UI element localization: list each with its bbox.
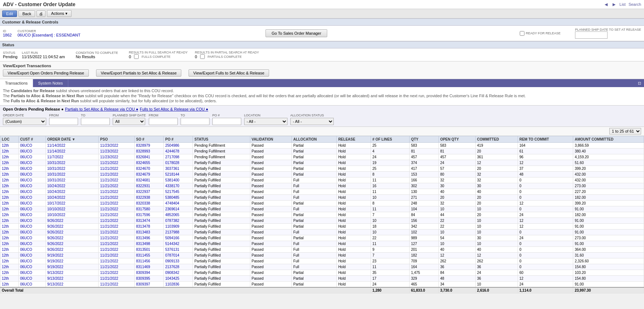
table-row: 12th06UCO11/14/202211/23/202283289934244… [0, 149, 644, 154]
footer-rem-to-commit: 1,114.0 [518, 287, 573, 293]
tab-transactions[interactable]: Transactions [0, 79, 33, 87]
order-date-filter: ORDER DATE (Custom) [3, 113, 46, 125]
to2-input[interactable] [181, 118, 209, 125]
filter-row: ORDER DATE (Custom) FROM TO PLANNED SHIP… [3, 113, 641, 125]
po-filter: PO # [212, 113, 241, 125]
th-validation: VALIDATION [250, 136, 292, 143]
page-select[interactable]: 1 to 25 of 61 [609, 128, 641, 134]
results-full-block: RESULTS IN FULL SEARCH AT READY 0 FULLS … [129, 51, 188, 59]
go-to-sales-order-button[interactable]: Go To Sales Order Manager [265, 29, 327, 37]
table-row: 12th06UCO11/7/202211/23/2022832684127170… [0, 154, 644, 160]
status-section-header: Status [0, 41, 644, 48]
pagination-row: 1 to 25 of 61 [0, 127, 644, 136]
back-nav-arrow[interactable]: ◄ [604, 1, 609, 7]
list-link[interactable]: List [619, 2, 626, 7]
to-date-filter: TO [81, 113, 110, 125]
overall-total-label: Overall Total [0, 287, 371, 293]
planned-ship-select[interactable]: All [113, 118, 145, 125]
table-container: LOC CUST # ORDER DATE ▼ PSO SO # PO # ST… [0, 136, 644, 293]
subtab-fulls[interactable]: Fulls to Set Alloc & Release via COU ● [140, 107, 208, 111]
footer-amount-committed: 23,997.30 [573, 287, 644, 293]
search-link[interactable]: Search [628, 2, 641, 7]
results-partial-block: RESULTS IN PARTIAL SEARCH AT READY 0 PAR… [195, 51, 259, 59]
th-open-qty: OPEN QTY [438, 136, 475, 143]
table-header-row: LOC CUST # ORDER DATE ▼ PSO SO # PO # ST… [0, 136, 644, 143]
subtab-partials[interactable]: Partials to Set Alloc & Release via COU … [65, 107, 138, 111]
alloc-status-select[interactable]: - All - [290, 118, 334, 125]
table-row: 12th06UCO10/10/202211/21/202283175964852… [0, 212, 644, 218]
ready-for-release-block: READY FOR RELEASE [520, 31, 561, 36]
footer-row: Overall Total 1,280 61,833.0 3,730.0 2,6… [0, 287, 644, 293]
forward-nav-arrow[interactable]: ► [611, 1, 617, 7]
customer-value[interactable]: 06UCO [Essendant] : ESSENDANT [17, 33, 80, 37]
view-export-buttons: View/Export Open Orders Pending Release … [3, 69, 641, 77]
table-row: 12th06UCO9/19/202211/21/2022831146921376… [0, 264, 644, 270]
pagination-control: 1 to 25 of 61 [609, 128, 641, 134]
customer-field: CUSTOMER 06UCO [Essendant] : ESSENDANT [17, 29, 80, 37]
toolbar: Edit Back 🖨 Actions ▾ [0, 9, 644, 18]
table-row: 12th06UCO11/14/202211/23/202283289792504… [0, 143, 644, 149]
customer-id-block: ID 1862 CUSTOMER 06UCO [Essendant] : ESS… [3, 29, 81, 37]
id-value[interactable]: 1862 [3, 33, 12, 37]
to-date-input[interactable] [81, 118, 110, 125]
table-row: 12th06UCO10/31/202211/21/202283246815381… [0, 177, 644, 183]
from-date-filter: FROM [49, 113, 78, 125]
po-input[interactable] [212, 118, 241, 125]
subtab-open-orders[interactable]: Open Orders Pending Release ● [3, 107, 64, 111]
ready-for-release-checkbox[interactable] [520, 31, 524, 36]
tab-system-notes[interactable]: System Notes [33, 79, 68, 87]
footer-lines: 1,280 [371, 287, 410, 293]
table-row: 12th06UCO9/13/202211/21/2022830939409083… [0, 270, 644, 276]
from2-input[interactable] [149, 118, 178, 125]
th-committed: COMMITTED [475, 136, 518, 143]
planned-ship-block: PLANNED SHIP DATE TO SET AT RELEASE [575, 28, 641, 39]
table-row: 12th06UCO10/24/202211/21/202283229375217… [0, 189, 644, 195]
view-partials-button[interactable]: View/Export Partials to Set Alloc & Rele… [96, 69, 181, 77]
th-cust: CUST # [18, 136, 46, 143]
edit-button[interactable]: Edit [2, 10, 17, 17]
table-row: 12th06UCO10/31/202211/21/202283246795218… [0, 172, 644, 177]
actions-button[interactable]: Actions ▾ [47, 10, 71, 17]
filter-section: Open Orders Pending Release ● Partials t… [0, 106, 644, 127]
table-row: 12th06UCO10/24/202211/21/202283229385380… [0, 195, 644, 201]
to2-filter: TO [181, 113, 209, 125]
status-field: STATUS Pending [3, 51, 17, 59]
table-row: 12th06UCO9/19/202211/21/2022831145609091… [0, 258, 644, 264]
print-button[interactable]: 🖨 [36, 10, 46, 17]
note-1: The Candidates for Release sublist shows… [3, 89, 641, 93]
table-row: 12th06UCO9/26/202211/21/2022831350153761… [0, 247, 644, 253]
th-rem-to-commit: REM TO COMMIT [518, 136, 573, 143]
tabs-bar: Transactions System Notes ⊡ [0, 79, 644, 87]
footer-committed: 2,616.0 [475, 287, 518, 293]
view-open-orders-button[interactable]: View/Export Open Orders Pending Release [3, 69, 89, 77]
th-qty: QTY [409, 136, 438, 143]
from-date-input[interactable] [49, 118, 78, 125]
table-row: 12th06UCO9/26/202211/21/2022831348321379… [0, 229, 644, 235]
page-title: ADV - Customer Order Update [3, 1, 75, 7]
th-amount-committed: AMOUNT COMMITTED [573, 136, 644, 143]
order-date-select[interactable]: (Custom) [3, 118, 46, 125]
back-button[interactable]: Back [18, 10, 35, 17]
th-allocation: ALLOCATION [292, 136, 337, 143]
location-filter: LOCATION - All - [244, 113, 288, 125]
note-3: The Fulls to Alloc & Release in Next Run… [3, 99, 641, 103]
partials-complete-checkbox[interactable] [200, 54, 205, 59]
results-block: RESULTS IN FULL SEARCH AT READY 0 FULLS … [129, 51, 259, 59]
status-section: STATUS Pending LAST RUN 11/15/2022 11:04… [0, 48, 644, 61]
table-row: 12th06UCO9/26/202211/21/2022831347407873… [0, 218, 644, 224]
location-select[interactable]: - All - [244, 118, 288, 125]
fulls-complete-checkbox[interactable] [134, 54, 139, 59]
expand-icon[interactable]: ⊡ [635, 80, 644, 87]
customer-release-section: ID 1862 CUSTOMER 06UCO [Essendant] : ESS… [0, 26, 644, 41]
table-row: 12th06UCO9/26/202211/21/2022831349650941… [0, 235, 644, 241]
title-nav: ◄ ► List Search [604, 1, 641, 7]
th-so: SO # [134, 136, 164, 143]
table-row: 12th06UCO9/13/202211/21/2022830939711028… [0, 282, 644, 288]
th-loc: LOC [0, 136, 19, 143]
view-fulls-button[interactable]: View/Export Fulls to Set Alloc & Release [189, 69, 269, 77]
table-row: 12th06UCO9/26/202211/21/2022831349851443… [0, 241, 644, 247]
from2-filter: FROM [149, 113, 178, 125]
planned-ship-input[interactable] [575, 31, 608, 39]
th-order-date[interactable]: ORDER DATE ▼ [46, 136, 99, 143]
table-row: 12th06UCO9/19/202211/21/2022831145507870… [0, 253, 644, 258]
